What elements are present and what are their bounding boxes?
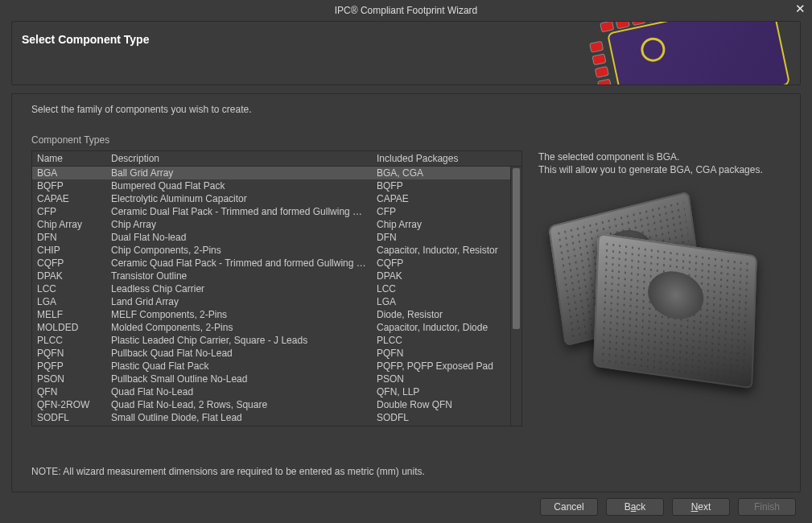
table-row[interactable]: MOLDEDMolded Components, 2-PinsCapacitor… (32, 321, 521, 334)
wizard-header: Select Component Type (11, 21, 801, 85)
header-illustration (582, 21, 801, 85)
note-text: NOTE: All wizard measurement dimensions … (31, 466, 425, 477)
table-row[interactable]: MELFMELF Components, 2-PinsDiode, Resist… (32, 308, 521, 321)
table-row[interactable]: LGALand Grid ArrayLGA (32, 295, 521, 308)
cell-description: Small Outline Integrated Package, 1.27mm… (106, 423, 372, 426)
table-row[interactable]: DFNDual Flat No-leadDFN (32, 231, 521, 244)
wizard-footer: Cancel Back Next Finish (0, 491, 812, 523)
cancel-button[interactable]: Cancel (540, 498, 598, 516)
col-included[interactable]: Included Packages (372, 151, 510, 166)
next-button[interactable]: Next (672, 498, 730, 516)
table-row[interactable]: QFNQuad Flat No-LeadQFN, LLP (32, 385, 521, 398)
titlebar: IPC® Compliant Footprint Wizard ✕ (0, 0, 812, 21)
table-row[interactable]: PQFNPullback Quad Flat No-LeadPQFN (32, 347, 521, 360)
table-row[interactable]: DPAKTransistor OutlineDPAK (32, 270, 521, 282)
col-name[interactable]: Name (32, 151, 106, 166)
selection-summary: The selected component is BGA. This will… (538, 150, 781, 176)
cell-included: SOIC, SOIC Exposed Pad (372, 423, 510, 426)
page-title: Select Component Type (22, 33, 149, 46)
table-row[interactable]: PQFPPlastic Quad Flat PackPQFP, PQFP Exp… (32, 360, 521, 373)
instruction-text: Select the family of components you wish… (31, 104, 781, 115)
scrollbar[interactable] (510, 167, 521, 426)
table-row[interactable]: CAPAEElectrolytic Aluminum CapacitorCAPA… (32, 192, 521, 205)
finish-button: Finish (738, 498, 796, 516)
side-panel: The selected component is BGA. This will… (538, 150, 781, 426)
table-row[interactable]: SOICSmall Outline Integrated Package, 1.… (32, 424, 521, 426)
back-button[interactable]: Back (606, 498, 664, 516)
table-row[interactable]: CQFPCeramic Quad Flat Pack - Trimmed and… (32, 257, 521, 270)
table-row[interactable]: CHIPChip Components, 2-PinsCapacitor, In… (32, 244, 521, 257)
wizard-body: Select the family of components you wish… (11, 93, 801, 492)
table-header: Name Description Included Packages (32, 151, 521, 167)
col-description[interactable]: Description (106, 151, 372, 166)
window-title: IPC® Compliant Footprint Wizard (335, 5, 478, 16)
table-row[interactable]: BGABall Grid ArrayBGA, CGA (32, 167, 521, 179)
table-row[interactable]: BQFPBumpered Quad Flat PackBQFP (32, 179, 521, 192)
close-icon[interactable]: ✕ (793, 2, 807, 17)
component-preview (538, 200, 780, 385)
table-row[interactable]: SODFLSmall Outline Diode, Flat LeadSODFL (32, 411, 521, 424)
table-row[interactable]: PSONPullback Small Outline No-LeadPSON (32, 373, 521, 385)
table-row[interactable]: QFN-2ROWQuad Flat No-Lead, 2 Rows, Squar… (32, 398, 521, 411)
component-table: Name Description Included Packages BGABa… (31, 150, 522, 426)
group-label: Component Types (31, 134, 781, 146)
cell-name: SOIC (32, 423, 106, 426)
table-row[interactable]: LCCLeadless Chip CarrierLCC (32, 282, 521, 295)
table-body: BGABall Grid ArrayBGA, CGABQFPBumpered Q… (32, 167, 521, 426)
table-row[interactable]: Chip ArrayChip ArrayChip Array (32, 218, 521, 231)
scroll-thumb[interactable] (513, 168, 520, 329)
table-row[interactable]: PLCCPlastic Leaded Chip Carrier, Square … (32, 334, 521, 347)
table-row[interactable]: CFPCeramic Dual Flat Pack - Trimmed and … (32, 205, 521, 218)
